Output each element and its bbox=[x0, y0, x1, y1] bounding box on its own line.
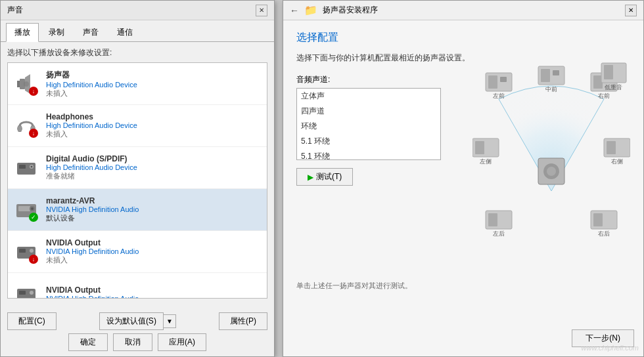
device-headphones-name: Headphones bbox=[46, 112, 262, 121]
device-nvidia1-status: 未插入 bbox=[46, 255, 262, 265]
device-headphones-icon: ↓ bbox=[13, 113, 39, 139]
headphones-status-dot: ↓ bbox=[29, 129, 38, 138]
svg-rect-33 bbox=[475, 141, 484, 154]
device-speaker-driver: High Definition Audio Device bbox=[46, 81, 262, 89]
svg-rect-42 bbox=[593, 213, 603, 226]
properties-button[interactable]: 属性(P) bbox=[219, 312, 267, 330]
device-speaker-icon: ↓ bbox=[13, 71, 39, 97]
device-marantz-status: 默认设备 bbox=[46, 213, 262, 223]
device-headphones[interactable]: ↓ Headphones High Definition Audio Devic… bbox=[8, 105, 267, 147]
channel-stereo[interactable]: 立体声 bbox=[297, 89, 440, 104]
svg-point-17 bbox=[30, 249, 34, 253]
svg-rect-40 bbox=[488, 213, 497, 226]
device-speaker-info: 扬声器 High Definition Audio Device 未插入 bbox=[46, 70, 262, 98]
svg-rect-22 bbox=[488, 75, 497, 89]
device-digital[interactable]: Digital Audio (S/PDIF) High Definition A… bbox=[8, 147, 267, 189]
test-button[interactable]: ▶ 测试(T) bbox=[296, 168, 353, 186]
svg-point-10 bbox=[31, 165, 33, 167]
device-digital-status: 准备就绪 bbox=[46, 171, 262, 181]
device-marantz-info: marantz-AVR NVIDIA High Definition Audio… bbox=[46, 196, 262, 223]
device-digital-name: Digital Audio (S/PDIF) bbox=[46, 154, 262, 163]
svg-rect-19 bbox=[19, 291, 26, 295]
sound-tabs: 播放 录制 声音 通信 bbox=[1, 20, 274, 42]
setup-title-text: 扬声器安装程序 bbox=[323, 5, 378, 16]
device-nvidia2-driver: NVIDIA High Definition Audio bbox=[46, 295, 262, 299]
nvidia2-svg bbox=[14, 282, 38, 299]
svg-point-20 bbox=[30, 291, 34, 295]
digital-svg bbox=[14, 156, 38, 180]
device-digital-info: Digital Audio (S/PDIF) High Definition A… bbox=[46, 154, 262, 181]
speaker-diagram: 左前 中前 右前 低重音 左侧 右侧 左后 右后 bbox=[472, 60, 630, 263]
svg-rect-38 bbox=[607, 141, 616, 154]
device-headphones-status: 未插入 bbox=[46, 129, 262, 139]
svg-text:右侧: 右侧 bbox=[611, 158, 623, 165]
setup-body: 选择配置 选择下面与你的计算机配置最相近的扬声器设置。 音频声道: 立体声 四声… bbox=[283, 20, 643, 356]
svg-rect-25 bbox=[541, 69, 550, 82]
diagram-container: 左前 中前 右前 低重音 左侧 右侧 左后 右后 bbox=[472, 60, 630, 243]
ok-button[interactable]: 确定 bbox=[68, 333, 108, 351]
channel-dropdown: 立体声 四声道 环绕 5.1 环绕 5.1 环绕 7.1 环绕 Dolby At… bbox=[296, 88, 441, 160]
sound-close-button[interactable]: ✕ bbox=[256, 5, 267, 16]
configure-button[interactable]: 配置(C) bbox=[7, 312, 57, 330]
play-icon: ▶ bbox=[308, 173, 313, 182]
svg-rect-26 bbox=[553, 70, 559, 75]
svg-rect-12 bbox=[18, 206, 30, 211]
set-default-arrow[interactable]: ▼ bbox=[164, 314, 176, 328]
set-default-button[interactable]: 设为默认值(S) bbox=[99, 312, 164, 330]
svg-point-2 bbox=[24, 81, 29, 87]
svg-text:右后: 右后 bbox=[598, 230, 610, 237]
test-label: 测试(T) bbox=[316, 171, 342, 182]
device-nvidia2-name: NVIDIA Output bbox=[46, 285, 262, 295]
click-hint: 单击上述任一扬声器对其进行测试。 bbox=[296, 281, 486, 291]
device-digital-icon bbox=[13, 155, 39, 181]
svg-rect-1 bbox=[17, 81, 20, 87]
setup-close-button[interactable]: ✕ bbox=[625, 5, 637, 16]
svg-text:右前: 右前 bbox=[598, 93, 610, 99]
svg-text:左前: 左前 bbox=[493, 93, 505, 99]
device-nvidia1[interactable]: ↓ NVIDIA Output NVIDIA High Definition A… bbox=[8, 231, 267, 273]
setup-titlebar: ← 📁 扬声器安装程序 ✕ bbox=[283, 1, 643, 20]
cancel-button[interactable]: 取消 bbox=[113, 333, 152, 351]
marantz-status-dot: ✓ bbox=[29, 213, 38, 222]
svg-text:左侧: 左侧 bbox=[480, 158, 492, 165]
svg-text:中前: 中前 bbox=[545, 86, 557, 93]
tab-sounds[interactable]: 声音 bbox=[74, 23, 107, 41]
speaker-diagram-svg: 左前 中前 右前 低重音 左侧 右侧 左后 右后 bbox=[472, 60, 630, 250]
device-marantz-icon: ✓ bbox=[13, 197, 39, 223]
device-digital-driver: High Definition Audio Device bbox=[46, 163, 262, 171]
svg-rect-23 bbox=[500, 77, 507, 82]
tab-recording[interactable]: 录制 bbox=[40, 23, 73, 41]
speaker-status-dot: ↓ bbox=[29, 87, 38, 96]
device-speaker-name: 扬声器 bbox=[46, 70, 262, 81]
device-nvidia2-icon bbox=[13, 281, 39, 299]
device-marantz[interactable]: ✓ marantz-AVR NVIDIA High Definition Aud… bbox=[8, 189, 267, 231]
channel-surround[interactable]: 环绕 bbox=[297, 119, 440, 134]
tab-playback[interactable]: 播放 bbox=[6, 23, 39, 42]
watermark: www.chiphell.com bbox=[582, 344, 639, 352]
nvidia1-status-dot: ↓ bbox=[29, 255, 38, 264]
device-nvidia1-icon: ↓ bbox=[13, 239, 39, 265]
svg-rect-16 bbox=[19, 249, 26, 253]
sound-action-buttons: 配置(C) 设为默认值(S) ▼ 属性(P) bbox=[1, 312, 274, 330]
device-nvidia2[interactable]: NVIDIA Output NVIDIA High Definition Aud… bbox=[8, 273, 267, 299]
device-speaker[interactable]: ↓ 扬声器 High Definition Audio Device 未插入 bbox=[8, 63, 267, 105]
svg-text:左后: 左后 bbox=[493, 230, 505, 237]
svg-rect-8 bbox=[19, 165, 26, 169]
setup-title-content: ← 📁 扬声器安装程序 bbox=[290, 4, 378, 16]
back-arrow-icon[interactable]: ← bbox=[290, 5, 299, 16]
sound-titlebar: 声音 ✕ bbox=[1, 1, 274, 20]
sound-content: 选择以下播放设备来修改设置: ↓ 扬声器 High Definition Aud… bbox=[1, 42, 274, 304]
channel-51a[interactable]: 5.1 环绕 bbox=[297, 134, 440, 149]
apply-button[interactable]: 应用(A) bbox=[158, 333, 206, 351]
device-nvidia2-info: NVIDIA Output NVIDIA High Definition Aud… bbox=[46, 285, 262, 299]
channel-quad[interactable]: 四声道 bbox=[297, 104, 440, 119]
channel-51b[interactable]: 5.1 环绕 bbox=[297, 149, 440, 160]
svg-point-36 bbox=[547, 167, 556, 176]
svg-point-14 bbox=[31, 207, 34, 210]
device-speaker-status: 未插入 bbox=[46, 89, 262, 98]
setup-heading: 选择配置 bbox=[296, 31, 630, 45]
device-nvidia1-driver: NVIDIA High Definition Audio bbox=[46, 247, 262, 255]
folder-icon: 📁 bbox=[304, 4, 317, 16]
sound-title: 声音 bbox=[7, 5, 23, 16]
tab-communications[interactable]: 通信 bbox=[108, 23, 141, 41]
